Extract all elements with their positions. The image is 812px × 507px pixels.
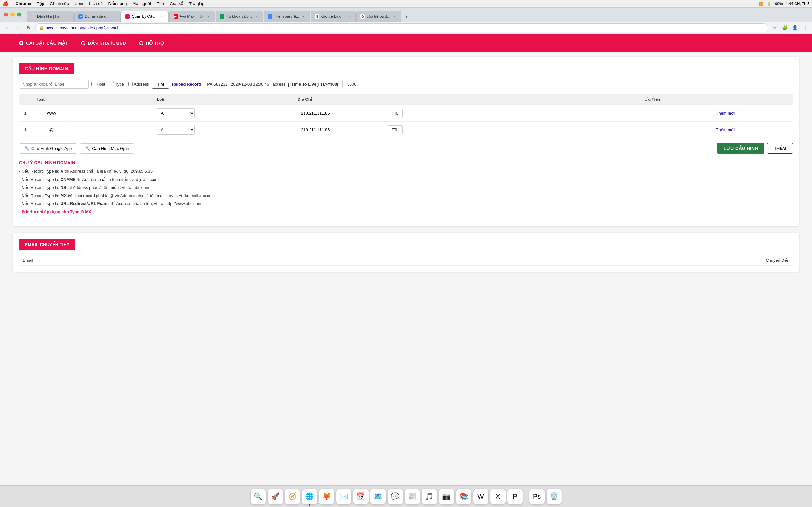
people-menu[interactable]: Mọi người [132, 1, 151, 6]
forward-button[interactable]: › [13, 23, 22, 32]
tab-2-close[interactable]: × [159, 14, 165, 19]
domain-config-title: CẤU HÌNH DOMAIN [19, 63, 74, 74]
macos-dock: 🔍 🚀 🧭 🌐 🦊 ✉️ 📅 🗺️ 💬 📰 🎵 📷 📚 W X P Ps 🗑️ [0, 486, 812, 507]
checkbox-host-input[interactable] [91, 82, 96, 86]
dock-messages[interactable]: 💬 [388, 489, 403, 504]
tab-0[interactable]: f Đỉnh Nhi | Fa... × [27, 11, 73, 21]
row1-add-link[interactable]: Thêm mới [716, 127, 734, 132]
tab-6[interactable]: G cho trẻ bú d... × [311, 11, 356, 21]
tab-3-close[interactable]: × [206, 14, 211, 19]
dock-news[interactable]: 📰 [405, 489, 420, 504]
google-config-button[interactable]: 🔧 Cấu Hình Google App [19, 143, 77, 154]
tab-3[interactable]: ▶ Ava Max... 🔊 × [169, 11, 215, 21]
close-window-button[interactable] [4, 13, 8, 17]
tab-3-audio[interactable]: 🔊 [200, 14, 204, 18]
tab-4-close[interactable]: × [254, 14, 259, 19]
tab-3-favicon: ▶ [173, 14, 178, 19]
dock-powerpoint[interactable]: P [507, 489, 523, 504]
row1-type-select[interactable]: A AAAA CNAME MX NS TXT URL Redirect/URL … [157, 125, 195, 135]
window-menu[interactable]: Cửa sổ [170, 1, 183, 6]
address-bar[interactable]: 🔒 access.pavietnam.vn/index.php?view=1 [35, 23, 768, 32]
word-icon: W [477, 493, 484, 501]
dock-launchpad[interactable]: 🚀 [268, 489, 283, 504]
profile-button[interactable]: 👤 [791, 23, 799, 32]
dock-word[interactable]: W [473, 489, 489, 504]
chrome-menu[interactable]: Chrome [15, 1, 31, 6]
tab-0-close[interactable]: × [64, 14, 69, 19]
maximize-window-button[interactable] [17, 13, 21, 17]
tab-1[interactable]: M Domain da d... × [74, 11, 120, 21]
chrome-menu-button[interactable]: ⋮ [801, 23, 809, 32]
lock-icon: 🔒 [39, 26, 44, 30]
dock-maps[interactable]: 🗺️ [370, 489, 386, 504]
tab-4-favicon: T [220, 14, 224, 19]
dock-safari[interactable]: 🧭 [285, 489, 300, 504]
messages-icon: 💬 [391, 493, 399, 501]
tab-menu[interactable]: Thẻ [157, 1, 164, 6]
dock-firefox[interactable]: 🦊 [319, 489, 334, 504]
page-content: CÀI ĐẶT BẢO MẬT BẢN KHAI/CMND HỖ TRỢ CẤU… [0, 34, 812, 507]
history-menu[interactable]: Lịch sử [89, 1, 102, 6]
reload-button[interactable]: ↻ [24, 23, 33, 32]
checkbox-address-input[interactable] [129, 82, 133, 86]
default-config-button[interactable]: 🔨 Cấu Hình Mặc Định [80, 143, 134, 154]
tab-5-close[interactable]: × [301, 14, 306, 19]
row1-ttl-button[interactable]: TTL [388, 125, 403, 134]
dock-books[interactable]: 📚 [456, 489, 471, 504]
note-1: - Nếu Record Type là: CNAME thì Address … [19, 176, 793, 183]
search-input[interactable] [19, 79, 89, 89]
row0-type-select[interactable]: A AAAA CNAME MX NS TXT URL Redirect/URL … [157, 108, 195, 118]
apple-menu-icon[interactable]: 🍎 [3, 1, 9, 7]
nav-tab-security[interactable]: CÀI ĐẶT BẢO MẬT [13, 34, 74, 52]
row0-host-input[interactable] [36, 109, 67, 118]
search-button[interactable]: TÌM [152, 79, 169, 89]
dock-chrome[interactable]: 🌐 [302, 489, 317, 504]
dock-calendar[interactable]: 📅 [353, 489, 368, 504]
photos-icon: 📷 [442, 493, 451, 501]
tab-7-close[interactable]: × [392, 14, 397, 19]
help-menu[interactable]: Trợ giúp [189, 1, 204, 6]
row1-address-input[interactable] [298, 125, 386, 134]
reload-record-link[interactable]: Reload Record [172, 82, 201, 87]
minimize-window-button[interactable] [10, 13, 14, 17]
checkbox-host[interactable]: Host [91, 82, 105, 87]
edit-menu[interactable]: Chỉnh sửa [50, 1, 69, 6]
dock-photoshop[interactable]: Ps [529, 489, 545, 504]
row0-ttl-button[interactable]: TTL [388, 109, 403, 118]
row1-action-cell: Thêm mới [712, 122, 793, 138]
new-tab-button[interactable]: + [402, 13, 411, 21]
row1-host-input[interactable] [36, 125, 67, 134]
tab-2-active[interactable]: Q Quản Lý Cấu... × [121, 11, 168, 21]
dock-mail[interactable]: ✉️ [336, 489, 351, 504]
calendar-icon: 📅 [357, 493, 365, 501]
bookmark-button[interactable]: ☆ [770, 23, 779, 32]
tab-4[interactable]: T Từ khoá và b... × [216, 11, 263, 21]
checkbox-address[interactable]: Address [129, 82, 149, 87]
extension-button[interactable]: 🧩 [780, 23, 789, 32]
tab-5[interactable]: T Thêm bài viế... × [264, 11, 310, 21]
tab-7[interactable]: G cho trẻ bú d... × [356, 11, 401, 21]
dock-excel[interactable]: X [490, 489, 506, 504]
bookmarks-menu[interactable]: Dấu trang [108, 1, 127, 6]
row0-add-link[interactable]: Thêm mới [716, 111, 734, 116]
add-button[interactable]: THÊM [767, 143, 793, 154]
notes-section: CHÚ Ý CẤU HÌNH DOMAIN: - Nếu Record Type… [19, 160, 793, 215]
default-config-label: Cấu Hình Mặc Định [92, 146, 129, 151]
nav-tab-declaration[interactable]: BẢN KHAI/CMND [74, 34, 133, 52]
checkbox-type[interactable]: Type [110, 82, 124, 87]
tab-1-close[interactable]: × [111, 14, 116, 19]
dock-music[interactable]: 🎵 [422, 489, 437, 504]
chrome-toolbar: ‹ › ↻ 🔒 access.pavietnam.vn/index.php?vi… [0, 21, 812, 34]
dock-photos[interactable]: 📷 [439, 489, 454, 504]
checkbox-type-input[interactable] [110, 82, 114, 86]
save-config-button[interactable]: LƯU CẤU HÌNH [717, 143, 764, 154]
view-menu[interactable]: Xem [75, 1, 84, 6]
file-menu[interactable]: Tệp [37, 1, 44, 6]
tab-6-close[interactable]: × [346, 14, 351, 19]
row0-address-input[interactable] [298, 109, 386, 118]
back-button[interactable]: ‹ [3, 23, 11, 32]
tab-1-favicon: M [78, 14, 83, 19]
nav-tab-support[interactable]: HỖ TRỢ [133, 34, 171, 52]
dock-finder[interactable]: 🔍 [251, 489, 266, 504]
dock-trash[interactable]: 🗑️ [547, 489, 562, 504]
